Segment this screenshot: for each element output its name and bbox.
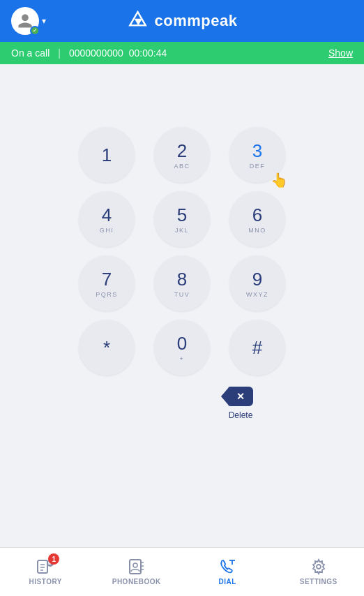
dial-sub-0: + — [180, 355, 185, 362]
dialpad-row-2: 4 GHI 5 JKL 6 MNO — [79, 191, 285, 247]
dial-sub-4: GHI — [100, 227, 114, 234]
nav-item-phonebook[interactable]: PHONEBOOK — [91, 548, 183, 596]
call-number: 0000000000 — [69, 47, 123, 59]
app-header: ▾ commpeak — [0, 0, 364, 42]
dial-sub-6: MNO — [248, 227, 266, 234]
avatar-dropdown-chevron[interactable]: ▾ — [42, 16, 46, 26]
bottom-navigation: 1 HISTORY PHONEBOOK — [0, 547, 364, 596]
delete-label: Delete — [229, 410, 253, 420]
dial-button-8[interactable]: 8 TUV — [154, 255, 210, 311]
dial-button-2[interactable]: 2 ABC — [154, 127, 210, 183]
dial-button-4[interactable]: 4 GHI — [79, 191, 135, 247]
dial-num-3: 3 — [252, 140, 262, 162]
dial-num-hash: # — [252, 337, 262, 359]
dial-button-0[interactable]: 0 + — [154, 320, 210, 375]
dial-num-6: 6 — [252, 204, 262, 226]
delete-x-symbol: ✕ — [236, 391, 245, 402]
dial-button-9[interactable]: 9 WXYZ — [229, 255, 285, 311]
banner-divider: | — [58, 47, 61, 59]
delete-icon: ✕ — [228, 387, 253, 406]
dialpad-row-1: 1 2 ABC 3 DEF 👆 — [79, 127, 285, 183]
nav-label-settings: SETTINGS — [300, 578, 338, 586]
dialpad-row-3: 7 PQRS 8 TUV 9 WXYZ — [79, 255, 285, 311]
dialpad-row-4: * 0 + # — [79, 320, 285, 375]
show-call-button[interactable]: Show — [328, 47, 353, 59]
dial-sub-7: PQRS — [96, 291, 118, 298]
delete-button[interactable]: ✕ Delete — [213, 387, 268, 420]
settings-icon — [309, 558, 328, 575]
brand-name: commpeak — [155, 12, 238, 30]
nav-label-phonebook: PHONEBOOK — [112, 578, 161, 586]
dial-num-2: 2 — [177, 140, 187, 162]
nav-item-settings[interactable]: SETTINGS — [273, 548, 365, 596]
dial-sub-9: WXYZ — [246, 291, 268, 298]
svg-point-8 — [133, 563, 137, 567]
dial-num-star: * — [103, 337, 110, 359]
avatar[interactable] — [11, 7, 39, 35]
dial-num-0: 0 — [177, 333, 187, 355]
svg-marker-1 — [135, 19, 142, 26]
call-banner: On a call | 0000000000 00:00:44 Show — [0, 42, 364, 64]
svg-rect-2 — [38, 560, 47, 573]
dial-sub-8: TUV — [174, 291, 190, 298]
dial-num-4: 4 — [102, 204, 112, 226]
dial-num-5: 5 — [177, 204, 187, 226]
brand-logo: commpeak — [127, 10, 238, 32]
dial-num-7: 7 — [102, 269, 112, 290]
cursor-indicator: 👆 — [271, 172, 288, 188]
dial-button-hash[interactable]: # — [229, 320, 285, 375]
dial-sub-2: ABC — [174, 163, 190, 170]
dial-button-1[interactable]: 1 — [79, 127, 135, 183]
dial-icon — [218, 558, 237, 575]
call-timer: 00:00:44 — [129, 47, 167, 59]
dial-num-8: 8 — [177, 269, 187, 290]
dial-button-3[interactable]: 3 DEF 👆 — [229, 127, 285, 183]
history-badge: 1 — [48, 553, 59, 565]
main-content: 1 2 ABC 3 DEF 👆 4 GHI 5 JKL 6 — [0, 64, 364, 547]
dial-button-5[interactable]: 5 JKL — [154, 191, 210, 247]
dial-sub-5: JKL — [175, 227, 189, 234]
call-status: On a call | 0000000000 00:00:44 — [11, 47, 167, 59]
dial-button-star[interactable]: * — [79, 320, 135, 375]
call-status-text: On a call — [11, 47, 50, 59]
nav-label-history: HISTORY — [29, 578, 62, 586]
nav-item-history[interactable]: 1 HISTORY — [0, 548, 91, 596]
online-status-indicator — [30, 26, 40, 36]
dial-button-7[interactable]: 7 PQRS — [79, 255, 135, 311]
dial-sub-3: DEF — [250, 163, 266, 170]
phonebook-icon — [127, 558, 146, 575]
dialpad: 1 2 ABC 3 DEF 👆 4 GHI 5 JKL 6 — [79, 127, 285, 420]
nav-label-dial: DIAL — [219, 578, 236, 586]
dial-button-6[interactable]: 6 MNO — [229, 191, 285, 247]
svg-point-14 — [317, 565, 321, 569]
delete-row: ✕ Delete — [96, 387, 268, 420]
dial-num-9: 9 — [252, 269, 262, 290]
dial-num-1: 1 — [102, 144, 112, 166]
nav-item-dial[interactable]: DIAL — [182, 548, 273, 596]
